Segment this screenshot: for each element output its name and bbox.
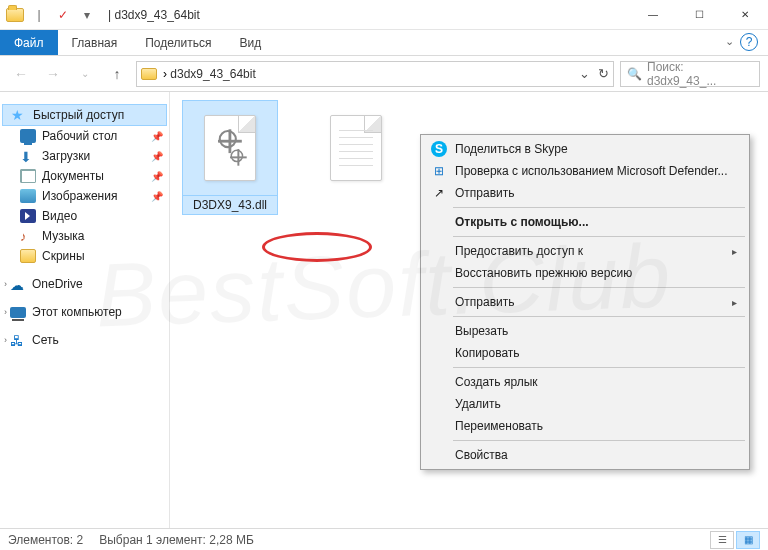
- ctx-label: Удалить: [455, 397, 501, 411]
- sidebar-item-music[interactable]: ♪Музыка: [0, 226, 169, 246]
- ctx-separator: [453, 440, 745, 441]
- ctx-item-cut[interactable]: Вырезать: [423, 320, 747, 342]
- ctx-label: Переименовать: [455, 419, 543, 433]
- gear-icon: [219, 130, 237, 148]
- sidebar-item-network[interactable]: ›🖧Сеть: [0, 330, 169, 350]
- title-bar: | ✓ ▾ | d3dx9_43_64bit — ☐ ✕: [0, 0, 768, 30]
- sidebar-item-quick-access[interactable]: ★ Быстрый доступ: [2, 104, 167, 126]
- expand-icon[interactable]: ›: [4, 335, 7, 345]
- search-input[interactable]: 🔍 Поиск: d3dx9_43_...: [620, 61, 760, 87]
- sidebar-item-label: Музыка: [42, 229, 84, 243]
- nav-up-button[interactable]: ↑: [104, 61, 130, 87]
- video-icon: [20, 209, 36, 223]
- tab-file[interactable]: Файл: [0, 30, 58, 55]
- defender-icon: ⊞: [431, 163, 447, 179]
- ctx-item-send-to[interactable]: Отправить▸: [423, 291, 747, 313]
- pictures-icon: [20, 189, 36, 203]
- pc-icon: [10, 307, 26, 318]
- sidebar-item-videos[interactable]: Видео: [0, 206, 169, 226]
- ctx-separator: [453, 316, 745, 317]
- window-title-text: d3dx9_43_64bit: [114, 8, 199, 22]
- ctx-item-copy[interactable]: Копировать: [423, 342, 747, 364]
- folder-icon: [141, 68, 157, 80]
- tab-home[interactable]: Главная: [58, 30, 132, 55]
- file-item-dll[interactable]: D3DX9_43.dll: [182, 100, 278, 215]
- close-button[interactable]: ✕: [722, 0, 768, 30]
- sidebar-item-pictures[interactable]: Изображения📌: [0, 186, 169, 206]
- sidebar-item-downloads[interactable]: ⬇Загрузки📌: [0, 146, 169, 166]
- ctx-item-delete[interactable]: Удалить: [423, 393, 747, 415]
- qat-overflow-icon[interactable]: ▾: [76, 4, 98, 26]
- tab-view[interactable]: Вид: [225, 30, 275, 55]
- ctx-item-give-access[interactable]: Предоставить доступ к▸: [423, 240, 747, 262]
- desktop-icon: [20, 129, 36, 143]
- sidebar-item-screenshots[interactable]: Скрины: [0, 246, 169, 266]
- sidebar-item-label: Загрузки: [42, 149, 90, 163]
- ctx-label: Отправить: [455, 186, 515, 200]
- refresh-icon[interactable]: ↻: [598, 66, 609, 81]
- nav-forward-button[interactable]: →: [40, 61, 66, 87]
- ctx-item-defender[interactable]: ⊞Проверка с использованием Microsoft Def…: [423, 160, 747, 182]
- nav-recent-button[interactable]: ⌄: [72, 61, 98, 87]
- address-dropdown-icon[interactable]: ⌄: [579, 66, 590, 81]
- expand-icon[interactable]: ›: [4, 307, 7, 317]
- ctx-item-create-shortcut[interactable]: Создать ярлык: [423, 371, 747, 393]
- sidebar-item-label: Документы: [42, 169, 104, 183]
- sidebar-item-this-pc[interactable]: ›Этот компьютер: [0, 302, 169, 322]
- music-icon: ♪: [20, 229, 36, 243]
- folder-icon[interactable]: [4, 4, 26, 26]
- ctx-label: Восстановить прежнюю версию: [455, 266, 632, 280]
- sidebar-item-label: Рабочий стол: [42, 129, 117, 143]
- sidebar-item-label: Изображения: [42, 189, 117, 203]
- ctx-label: Свойства: [455, 448, 508, 462]
- minimize-button[interactable]: —: [630, 0, 676, 30]
- file-list-pane[interactable]: D3DX9_43.dll SПоделиться в Skype ⊞Провер…: [170, 92, 768, 528]
- status-item-count: Элементов: 2: [8, 533, 83, 547]
- folder-icon: [20, 249, 36, 263]
- file-item-text[interactable]: [308, 100, 404, 215]
- pin-icon: 📌: [151, 131, 163, 142]
- nav-back-button[interactable]: ←: [8, 61, 34, 87]
- status-selection-info: Выбран 1 элемент: 2,28 МБ: [99, 533, 254, 547]
- ctx-item-rename[interactable]: Переименовать: [423, 415, 747, 437]
- ctx-label: Открыть с помощью...: [455, 215, 589, 229]
- expand-icon[interactable]: ›: [4, 279, 7, 289]
- sidebar-item-documents[interactable]: Документы📌: [0, 166, 169, 186]
- ctx-label: Создать ярлык: [455, 375, 538, 389]
- ribbon-collapse-icon[interactable]: ⌄: [725, 35, 734, 48]
- sidebar-item-desktop[interactable]: Рабочий стол📌: [0, 126, 169, 146]
- status-bar: Элементов: 2 Выбран 1 элемент: 2,28 МБ ☰…: [0, 528, 768, 550]
- context-menu: SПоделиться в Skype ⊞Проверка с использо…: [420, 134, 750, 470]
- ctx-label: Предоставить доступ к: [455, 244, 583, 258]
- address-bar[interactable]: › d3dx9_43_64bit ⌄ ↻: [136, 61, 614, 87]
- sidebar-item-label: Видео: [42, 209, 77, 223]
- sidebar-item-onedrive[interactable]: ›☁OneDrive: [0, 274, 169, 294]
- qat-properties-icon[interactable]: ✓: [52, 4, 74, 26]
- ctx-item-open-with[interactable]: Открыть с помощью...: [423, 211, 747, 233]
- search-icon: 🔍: [627, 67, 642, 81]
- view-large-icons-button[interactable]: ▦: [736, 531, 760, 549]
- sidebar-item-label: Быстрый доступ: [33, 108, 124, 122]
- sidebar-item-label: Сеть: [32, 333, 59, 347]
- address-row: ← → ⌄ ↑ › d3dx9_43_64bit ⌄ ↻ 🔍 Поиск: d3…: [0, 56, 768, 92]
- ctx-item-restore-version[interactable]: Восстановить прежнюю версию: [423, 262, 747, 284]
- qat-separator: |: [28, 4, 50, 26]
- ctx-item-properties[interactable]: Свойства: [423, 444, 747, 466]
- download-icon: ⬇: [20, 149, 36, 163]
- maximize-button[interactable]: ☐: [676, 0, 722, 30]
- help-icon[interactable]: ?: [740, 33, 758, 51]
- ctx-separator: [453, 236, 745, 237]
- ctx-separator: [453, 287, 745, 288]
- star-icon: ★: [11, 108, 27, 122]
- chevron-right-icon: ▸: [732, 246, 737, 257]
- breadcrumb-current[interactable]: d3dx9_43_64bit: [170, 67, 255, 81]
- ctx-item-skype[interactable]: SПоделиться в Skype: [423, 138, 747, 160]
- ctx-label: Отправить: [455, 295, 515, 309]
- file-thumbnail: [182, 100, 278, 196]
- tab-share[interactable]: Поделиться: [131, 30, 225, 55]
- sidebar-item-label: OneDrive: [32, 277, 83, 291]
- view-details-button[interactable]: ☰: [710, 531, 734, 549]
- cloud-icon: ☁: [10, 277, 26, 291]
- file-name-label: D3DX9_43.dll: [182, 196, 278, 215]
- ctx-item-share[interactable]: ↗Отправить: [423, 182, 747, 204]
